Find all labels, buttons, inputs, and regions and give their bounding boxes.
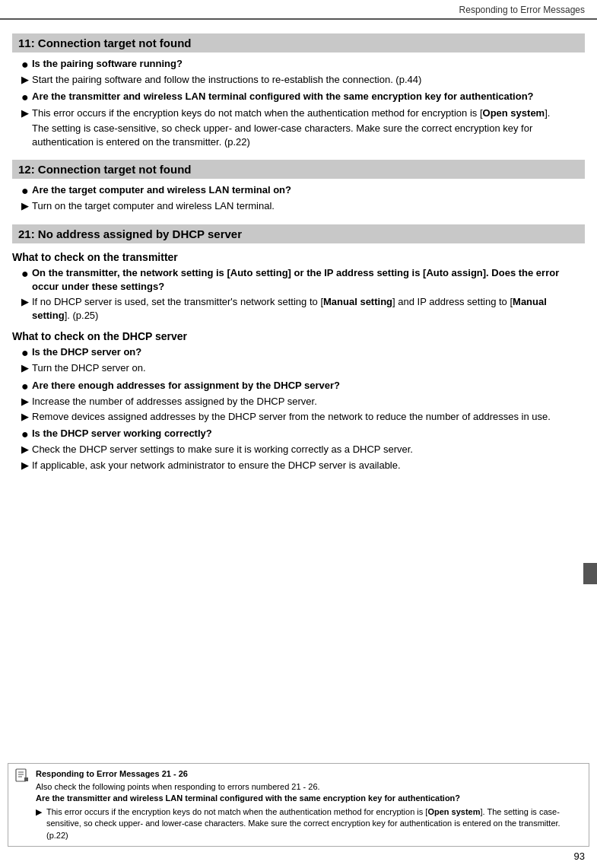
list-item: ● Are there enough addresses for assignm… bbox=[21, 379, 585, 393]
subsection-title-dhcp: What to check on the DHCP server bbox=[12, 330, 585, 342]
section-21-header: 21: No address assigned by DHCP server bbox=[12, 224, 585, 243]
arrow-text: Increase the number of addresses assigne… bbox=[32, 395, 585, 409]
inline-bold: Manual setting bbox=[323, 296, 392, 307]
bullet-dot-icon: ● bbox=[21, 57, 32, 72]
arrow-text: This error occurs if the encryption keys… bbox=[32, 107, 585, 120]
list-item: ● Are the target computer and wireless L… bbox=[21, 183, 585, 198]
list-item: ▶ This error occurs if the encryption ke… bbox=[21, 107, 585, 120]
inline-bold: Open system bbox=[427, 807, 480, 816]
bullet-dot-icon: ● bbox=[21, 427, 32, 441]
bullet-label: Is the pairing software running? bbox=[32, 57, 585, 71]
arrow-icon: ▶ bbox=[21, 199, 32, 213]
bullet-label: Are the transmitter and wireless LAN ter… bbox=[32, 90, 585, 103]
bullet-label: Is the DHCP server working correctly? bbox=[32, 427, 585, 440]
page-header: Responding to Error Messages bbox=[0, 0, 597, 20]
subsection-title-transmitter: What to check on the transmitter bbox=[12, 251, 585, 263]
bookmark-rect bbox=[583, 563, 597, 584]
arrow-text: Start the pairing software and follow th… bbox=[32, 73, 585, 87]
arrow-text: Check the DHCP server settings to make s… bbox=[32, 443, 585, 456]
arrow-icon: ▶ bbox=[21, 295, 32, 309]
list-item: ▶ If applicable, ask your network admini… bbox=[21, 459, 585, 472]
arrow-text: Turn the DHCP server on. bbox=[32, 361, 585, 375]
list-item: ▶ Remove devices assigned addresses by t… bbox=[21, 410, 585, 424]
footer-note-title: Responding to Error Messages 21 - 26 bbox=[36, 768, 583, 780]
arrow-icon: ▶ bbox=[21, 459, 32, 472]
section-12-header: 12: Connection target not found bbox=[12, 160, 585, 179]
list-item: ▶ If no DHCP server is used, set the tra… bbox=[21, 295, 585, 323]
footer-note-intro: Also check the following points when res… bbox=[36, 781, 583, 793]
arrow-icon: ▶ bbox=[21, 361, 32, 375]
bullet-label: On the transmitter, the network setting … bbox=[32, 266, 585, 294]
bullet-dot-icon: ● bbox=[21, 266, 32, 281]
arrow-icon: ▶ bbox=[21, 443, 32, 456]
arrow-icon: ▶ bbox=[36, 806, 46, 841]
arrow-text: If no DHCP server is used, set the trans… bbox=[32, 295, 585, 323]
list-item: ● Is the DHCP server working correctly? bbox=[21, 427, 585, 441]
arrow-text: Remove devices assigned addresses by the… bbox=[32, 410, 585, 424]
footer-note-arrow-text: This error occurs if the encryption keys… bbox=[46, 806, 583, 841]
list-item: ▶ Start the pairing software and follow … bbox=[21, 73, 585, 87]
inline-bold: Manual setting bbox=[32, 296, 547, 321]
list-item: ▶ Turn on the target computer and wirele… bbox=[21, 199, 585, 213]
arrow-icon: ▶ bbox=[21, 395, 32, 409]
list-item: ● On the transmitter, the network settin… bbox=[21, 266, 585, 294]
arrow-icon: ▶ bbox=[21, 410, 32, 424]
arrow-icon: ▶ bbox=[21, 73, 32, 87]
footer-note-bold-line: Are the transmitter and wireless LAN ter… bbox=[36, 793, 583, 804]
bullet-label: Is the DHCP server on? bbox=[32, 345, 585, 359]
bullet-dot-icon: ● bbox=[21, 90, 32, 104]
list-item: ▶ Increase the number of addresses assig… bbox=[21, 395, 585, 409]
page-number: 93 bbox=[574, 851, 585, 862]
bullet-label: Are there enough addresses for assignmen… bbox=[32, 379, 585, 393]
list-item: ▶ Check the DHCP server settings to make… bbox=[21, 443, 585, 456]
arrow-text: If applicable, ask your network administ… bbox=[32, 459, 585, 472]
list-item: ▶ Turn the DHCP server on. bbox=[21, 361, 585, 375]
inline-bold: Open system bbox=[483, 107, 545, 119]
arrow-text: Turn on the target computer and wireless… bbox=[32, 199, 585, 213]
bullet-dot-icon: ● bbox=[21, 379, 32, 393]
svg-rect-4 bbox=[24, 777, 28, 781]
main-content: 11: Connection target not found ● Is the… bbox=[0, 20, 597, 520]
arrow-icon: ▶ bbox=[21, 107, 32, 120]
footer-note: Responding to Error Messages 21 - 26 Als… bbox=[8, 763, 589, 847]
footer-note-arrow-row: ▶ This error occurs if the encryption ke… bbox=[36, 806, 583, 841]
bullet-label: Are the target computer and wireless LAN… bbox=[32, 183, 585, 197]
list-item: ● Is the DHCP server on? bbox=[21, 345, 585, 360]
header-title: Responding to Error Messages bbox=[459, 5, 585, 15]
bullet-dot-icon: ● bbox=[21, 345, 32, 360]
note-icon bbox=[14, 768, 30, 784]
indent-text: The setting is case-sensitive, so check … bbox=[32, 122, 585, 149]
bullet-dot-icon: ● bbox=[21, 183, 32, 198]
section-11-header: 11: Connection target not found bbox=[12, 33, 585, 52]
list-item: ● Is the pairing software running? bbox=[21, 57, 585, 72]
list-item: ● Are the transmitter and wireless LAN t… bbox=[21, 90, 585, 104]
